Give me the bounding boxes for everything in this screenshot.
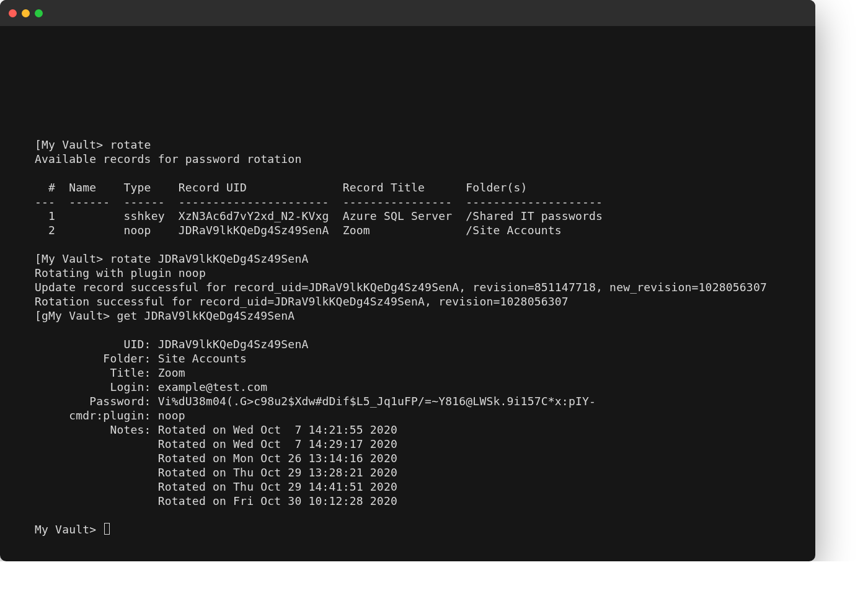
output-text: Rotation successful for record_uid=JDRaV… [35,295,569,308]
record-field-plugin: cmdr:plugin: noop [35,409,185,422]
terminal-window: [My Vault> rotate Available records for … [0,0,815,561]
prompt-line: [My Vault> rotate JDRaV9lkKQeDg4Sz49SenA [35,252,308,265]
maximize-icon[interactable] [35,9,43,17]
record-field-uid: UID: JDRaV9lkKQeDg4Sz49SenA [35,338,308,351]
record-field-login: Login: example@test.com [35,380,267,393]
prompt-line: [gMy Vault> get JDRaV9lkKQeDg4Sz49SenA [35,309,294,322]
table-row: 2 noop JDRaV9lkKQeDg4Sz49SenA Zoom /Site… [35,224,562,237]
record-field-notes: Rotated on Mon Oct 26 13:14:16 2020 [35,452,397,465]
table-divider: --- ------ ------ ----------------------… [35,195,603,208]
cursor-icon [104,523,110,535]
minimize-icon[interactable] [22,9,30,17]
window-titlebar [0,0,815,26]
prompt-line: My Vault> [35,523,103,536]
output-text: Available records for password rotation [35,152,301,165]
output-text: Update record successful for record_uid=… [35,281,767,294]
table-row: 1 sshkey XzN3Ac6d7vY2xd_N2-KVxg Azure SQ… [35,209,603,222]
prompt-line: [My Vault> rotate [35,138,151,151]
record-field-folder: Folder: Site Accounts [35,352,247,365]
record-field-title: Title: Zoom [35,366,185,379]
record-field-password: Password: Vi%dU38m04(.G>c98u2$Xdw#dDif$L… [35,395,596,408]
record-field-notes: Rotated on Wed Oct 7 14:29:17 2020 [35,437,397,450]
record-field-notes: Rotated on Thu Oct 29 14:41:51 2020 [35,480,397,493]
close-icon[interactable] [9,9,17,17]
table-header: # Name Type Record UID Record Title Fold… [35,181,528,194]
terminal-output[interactable]: [My Vault> rotate Available records for … [0,26,815,537]
record-field-notes: Notes: Rotated on Wed Oct 7 14:21:55 202… [35,423,397,436]
record-field-notes: Rotated on Fri Oct 30 10:12:28 2020 [35,494,397,507]
record-field-notes: Rotated on Thu Oct 29 13:28:21 2020 [35,466,397,479]
output-text: Rotating with plugin noop [35,266,206,279]
